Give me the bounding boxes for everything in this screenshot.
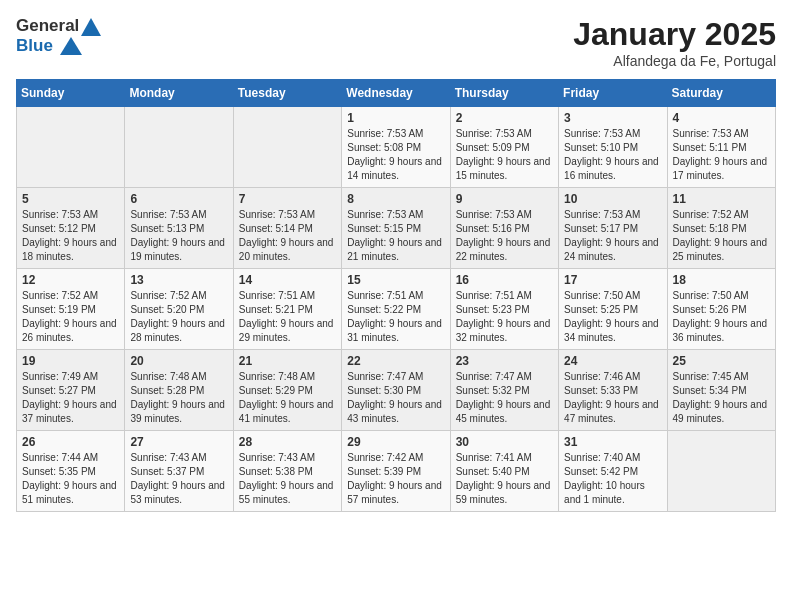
weekday-sunday: Sunday <box>17 80 125 107</box>
day-info: Sunrise: 7:47 AM Sunset: 5:30 PM Dayligh… <box>347 370 444 426</box>
day-info: Sunrise: 7:50 AM Sunset: 5:25 PM Dayligh… <box>564 289 661 345</box>
day-number: 21 <box>239 354 336 368</box>
day-number: 11 <box>673 192 770 206</box>
sunrise-text: Sunrise: 7:53 AM <box>347 128 423 139</box>
day-info: Sunrise: 7:50 AM Sunset: 5:26 PM Dayligh… <box>673 289 770 345</box>
weekday-friday: Friday <box>559 80 667 107</box>
daylight-text: Daylight: 9 hours and 45 minutes. <box>456 399 551 424</box>
calendar-cell <box>667 431 775 512</box>
daylight-text: Daylight: 9 hours and 19 minutes. <box>130 237 225 262</box>
day-info: Sunrise: 7:53 AM Sunset: 5:14 PM Dayligh… <box>239 208 336 264</box>
weekday-header-row: SundayMondayTuesdayWednesdayThursdayFrid… <box>17 80 776 107</box>
sunset-text: Sunset: 5:22 PM <box>347 304 421 315</box>
day-number: 9 <box>456 192 553 206</box>
calendar-cell: 7 Sunrise: 7:53 AM Sunset: 5:14 PM Dayli… <box>233 188 341 269</box>
sunrise-text: Sunrise: 7:52 AM <box>673 209 749 220</box>
page-title: January 2025 <box>573 16 776 53</box>
logo-blue: Blue <box>16 36 101 56</box>
day-info: Sunrise: 7:53 AM Sunset: 5:13 PM Dayligh… <box>130 208 227 264</box>
day-number: 8 <box>347 192 444 206</box>
calendar-cell: 30 Sunrise: 7:41 AM Sunset: 5:40 PM Dayl… <box>450 431 558 512</box>
day-number: 10 <box>564 192 661 206</box>
sunset-text: Sunset: 5:17 PM <box>564 223 638 234</box>
daylight-text: Daylight: 9 hours and 20 minutes. <box>239 237 334 262</box>
sunset-text: Sunset: 5:29 PM <box>239 385 313 396</box>
calendar-week-1: 1 Sunrise: 7:53 AM Sunset: 5:08 PM Dayli… <box>17 107 776 188</box>
sunset-text: Sunset: 5:13 PM <box>130 223 204 234</box>
daylight-text: Daylight: 9 hours and 59 minutes. <box>456 480 551 505</box>
day-number: 7 <box>239 192 336 206</box>
sunrise-text: Sunrise: 7:44 AM <box>22 452 98 463</box>
daylight-text: Daylight: 9 hours and 22 minutes. <box>456 237 551 262</box>
calendar-cell: 20 Sunrise: 7:48 AM Sunset: 5:28 PM Dayl… <box>125 350 233 431</box>
day-info: Sunrise: 7:51 AM Sunset: 5:22 PM Dayligh… <box>347 289 444 345</box>
day-number: 14 <box>239 273 336 287</box>
sunrise-text: Sunrise: 7:48 AM <box>239 371 315 382</box>
logo-general: General <box>16 16 101 36</box>
sunset-text: Sunset: 5:32 PM <box>456 385 530 396</box>
weekday-wednesday: Wednesday <box>342 80 450 107</box>
page-subtitle: Alfandega da Fe, Portugal <box>573 53 776 69</box>
day-info: Sunrise: 7:53 AM Sunset: 5:11 PM Dayligh… <box>673 127 770 183</box>
sunrise-text: Sunrise: 7:43 AM <box>130 452 206 463</box>
daylight-text: Daylight: 9 hours and 43 minutes. <box>347 399 442 424</box>
calendar-cell: 4 Sunrise: 7:53 AM Sunset: 5:11 PM Dayli… <box>667 107 775 188</box>
day-number: 20 <box>130 354 227 368</box>
calendar-cell: 8 Sunrise: 7:53 AM Sunset: 5:15 PM Dayli… <box>342 188 450 269</box>
day-info: Sunrise: 7:52 AM Sunset: 5:18 PM Dayligh… <box>673 208 770 264</box>
sunset-text: Sunset: 5:38 PM <box>239 466 313 477</box>
daylight-text: Daylight: 9 hours and 15 minutes. <box>456 156 551 181</box>
calendar-cell: 13 Sunrise: 7:52 AM Sunset: 5:20 PM Dayl… <box>125 269 233 350</box>
day-number: 16 <box>456 273 553 287</box>
sunset-text: Sunset: 5:18 PM <box>673 223 747 234</box>
day-info: Sunrise: 7:51 AM Sunset: 5:21 PM Dayligh… <box>239 289 336 345</box>
sunrise-text: Sunrise: 7:51 AM <box>347 290 423 301</box>
day-number: 1 <box>347 111 444 125</box>
sunrise-text: Sunrise: 7:53 AM <box>22 209 98 220</box>
daylight-text: Daylight: 9 hours and 57 minutes. <box>347 480 442 505</box>
day-number: 6 <box>130 192 227 206</box>
sunrise-text: Sunrise: 7:50 AM <box>564 290 640 301</box>
day-info: Sunrise: 7:43 AM Sunset: 5:37 PM Dayligh… <box>130 451 227 507</box>
sunset-text: Sunset: 5:27 PM <box>22 385 96 396</box>
day-number: 28 <box>239 435 336 449</box>
day-number: 27 <box>130 435 227 449</box>
calendar-cell: 26 Sunrise: 7:44 AM Sunset: 5:35 PM Dayl… <box>17 431 125 512</box>
calendar-cell: 12 Sunrise: 7:52 AM Sunset: 5:19 PM Dayl… <box>17 269 125 350</box>
sunrise-text: Sunrise: 7:50 AM <box>673 290 749 301</box>
day-number: 4 <box>673 111 770 125</box>
calendar-cell: 1 Sunrise: 7:53 AM Sunset: 5:08 PM Dayli… <box>342 107 450 188</box>
day-number: 30 <box>456 435 553 449</box>
sunrise-text: Sunrise: 7:48 AM <box>130 371 206 382</box>
calendar-cell <box>233 107 341 188</box>
day-number: 2 <box>456 111 553 125</box>
sunset-text: Sunset: 5:39 PM <box>347 466 421 477</box>
sunset-text: Sunset: 5:16 PM <box>456 223 530 234</box>
calendar-cell <box>125 107 233 188</box>
daylight-text: Daylight: 9 hours and 16 minutes. <box>564 156 659 181</box>
day-number: 17 <box>564 273 661 287</box>
calendar-cell: 29 Sunrise: 7:42 AM Sunset: 5:39 PM Dayl… <box>342 431 450 512</box>
day-number: 13 <box>130 273 227 287</box>
day-info: Sunrise: 7:46 AM Sunset: 5:33 PM Dayligh… <box>564 370 661 426</box>
calendar-table: SundayMondayTuesdayWednesdayThursdayFrid… <box>16 79 776 512</box>
weekday-thursday: Thursday <box>450 80 558 107</box>
day-info: Sunrise: 7:48 AM Sunset: 5:28 PM Dayligh… <box>130 370 227 426</box>
day-number: 25 <box>673 354 770 368</box>
day-info: Sunrise: 7:45 AM Sunset: 5:34 PM Dayligh… <box>673 370 770 426</box>
daylight-text: Daylight: 9 hours and 18 minutes. <box>22 237 117 262</box>
day-info: Sunrise: 7:48 AM Sunset: 5:29 PM Dayligh… <box>239 370 336 426</box>
calendar-week-2: 5 Sunrise: 7:53 AM Sunset: 5:12 PM Dayli… <box>17 188 776 269</box>
day-number: 15 <box>347 273 444 287</box>
daylight-text: Daylight: 9 hours and 17 minutes. <box>673 156 768 181</box>
sunrise-text: Sunrise: 7:52 AM <box>22 290 98 301</box>
svg-marker-0 <box>60 37 82 55</box>
daylight-text: Daylight: 9 hours and 49 minutes. <box>673 399 768 424</box>
sunrise-text: Sunrise: 7:53 AM <box>673 128 749 139</box>
sunset-text: Sunset: 5:14 PM <box>239 223 313 234</box>
daylight-text: Daylight: 9 hours and 51 minutes. <box>22 480 117 505</box>
sunset-text: Sunset: 5:33 PM <box>564 385 638 396</box>
calendar-cell: 23 Sunrise: 7:47 AM Sunset: 5:32 PM Dayl… <box>450 350 558 431</box>
calendar-cell: 11 Sunrise: 7:52 AM Sunset: 5:18 PM Dayl… <box>667 188 775 269</box>
page-header: General Blue January 2025 Alfandega da F… <box>16 16 776 69</box>
